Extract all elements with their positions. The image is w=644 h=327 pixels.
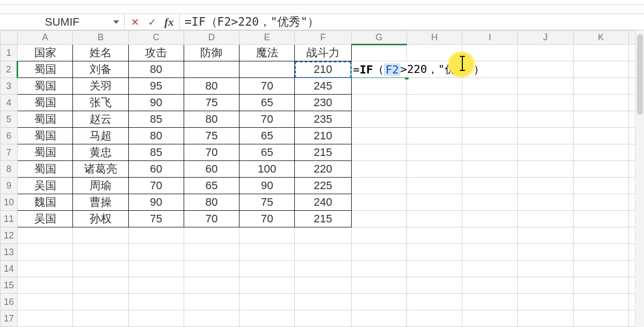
cell-G2[interactable]: =IF（F2>220，"优秀"） <box>351 61 407 78</box>
row-hdr-16[interactable]: 16 <box>1 294 18 310</box>
col-hdr-C[interactable]: C <box>128 31 184 45</box>
cell-J11[interactable] <box>518 211 573 227</box>
row-hdr-15[interactable]: 15 <box>1 277 18 294</box>
cell-D16[interactable] <box>184 294 239 310</box>
cell-B14[interactable] <box>73 261 128 277</box>
cell-I16[interactable] <box>462 294 518 310</box>
cell-G11[interactable] <box>351 211 407 227</box>
cell-C16[interactable] <box>128 294 184 310</box>
scroll-thumb[interactable] <box>637 34 643 115</box>
cell-E17[interactable] <box>239 310 295 327</box>
cell-F9[interactable]: 225 <box>295 178 351 194</box>
cell-G6[interactable] <box>351 128 407 144</box>
cell-C15[interactable] <box>128 277 184 294</box>
cell-I15[interactable] <box>462 277 518 294</box>
cell-G4[interactable] <box>351 95 407 111</box>
cell-K9[interactable] <box>573 178 628 194</box>
cell-H6[interactable] <box>407 128 462 144</box>
cell-C17[interactable] <box>128 310 184 327</box>
cell-I8[interactable] <box>462 161 518 178</box>
cell-G5[interactable] <box>351 111 407 128</box>
cell-E6[interactable]: 65 <box>239 128 295 144</box>
cell-C4[interactable]: 90 <box>128 95 184 111</box>
cell-F15[interactable] <box>295 277 351 294</box>
cell-H15[interactable] <box>407 277 462 294</box>
cell-H7[interactable] <box>407 144 462 161</box>
cell-F2[interactable]: 210 <box>295 61 351 78</box>
cell-A3[interactable]: 蜀国 <box>18 78 73 95</box>
cancel-icon[interactable]: ✕ <box>128 15 142 29</box>
cell-A11[interactable]: 吴国 <box>18 211 73 227</box>
cell-B10[interactable]: 曹操 <box>73 194 128 211</box>
name-box[interactable]: SUMIF <box>3 15 121 30</box>
cell-I11[interactable] <box>462 211 518 227</box>
cell-E15[interactable] <box>239 277 295 294</box>
select-all-corner[interactable] <box>1 31 18 45</box>
cell-H11[interactable] <box>407 211 462 227</box>
spreadsheet-grid[interactable]: A B C D E F G H I J K 1国家姓名攻击防御魔法战斗力2蜀国刘… <box>0 30 644 327</box>
col-hdr-I[interactable]: I <box>462 31 518 45</box>
cell-C8[interactable]: 60 <box>128 161 184 178</box>
cell-K2[interactable] <box>573 61 628 78</box>
cell-F1[interactable]: 战斗力 <box>295 45 351 61</box>
cell-A2[interactable]: 蜀国 <box>18 61 73 78</box>
cell-D6[interactable]: 75 <box>184 128 239 144</box>
cell-F8[interactable]: 220 <box>295 161 351 178</box>
cell-B7[interactable]: 黄忠 <box>73 144 128 161</box>
cell-G10[interactable] <box>351 194 407 211</box>
cell-J10[interactable] <box>518 194 573 211</box>
cell-K13[interactable] <box>573 244 628 261</box>
cell-C13[interactable] <box>128 244 184 261</box>
cell-D12[interactable] <box>184 227 239 244</box>
cell-K11[interactable] <box>573 211 628 227</box>
cell-H9[interactable] <box>407 178 462 194</box>
cell-A13[interactable] <box>18 244 73 261</box>
cell-A5[interactable]: 蜀国 <box>18 111 73 128</box>
cell-K14[interactable] <box>573 261 628 277</box>
cell-A7[interactable]: 蜀国 <box>18 144 73 161</box>
row-hdr-10[interactable]: 10 <box>1 194 18 211</box>
cell-K17[interactable] <box>573 310 628 327</box>
cell-E3[interactable]: 70 <box>239 78 295 95</box>
cell-K12[interactable] <box>573 227 628 244</box>
cell-D15[interactable] <box>184 277 239 294</box>
cell-D11[interactable]: 70 <box>184 211 239 227</box>
fx-icon[interactable]: fx <box>162 15 176 29</box>
cell-G1[interactable] <box>351 45 407 61</box>
cell-A9[interactable]: 吴国 <box>18 178 73 194</box>
cell-F3[interactable]: 245 <box>295 78 351 95</box>
cell-K4[interactable] <box>573 95 628 111</box>
row-hdr-3[interactable]: 3 <box>1 78 18 95</box>
col-hdr-G[interactable]: G <box>351 31 407 45</box>
cell-J3[interactable] <box>518 78 573 95</box>
inline-formula-editor[interactable]: =IF（F2>220，"优秀"） <box>352 61 485 77</box>
cell-B1[interactable]: 姓名 <box>73 45 128 61</box>
cell-E2[interactable] <box>239 61 295 78</box>
cell-C12[interactable] <box>128 227 184 244</box>
cell-F14[interactable] <box>295 261 351 277</box>
col-hdr-H[interactable]: H <box>407 31 462 45</box>
cell-D17[interactable] <box>184 310 239 327</box>
cell-C1[interactable]: 攻击 <box>128 45 184 61</box>
cell-D9[interactable]: 65 <box>184 178 239 194</box>
cell-E14[interactable] <box>239 261 295 277</box>
cell-E13[interactable] <box>239 244 295 261</box>
cell-I6[interactable] <box>462 128 518 144</box>
cell-G12[interactable] <box>351 227 407 244</box>
cell-C3[interactable]: 95 <box>128 78 184 95</box>
cell-H8[interactable] <box>407 161 462 178</box>
col-hdr-F[interactable]: F <box>295 31 351 45</box>
col-hdr-D[interactable]: D <box>184 31 239 45</box>
cell-D3[interactable]: 80 <box>184 78 239 95</box>
cell-E7[interactable]: 65 <box>239 144 295 161</box>
cell-F16[interactable] <box>295 294 351 310</box>
row-hdr-2[interactable]: 2 <box>1 61 18 78</box>
cell-D5[interactable]: 80 <box>184 111 239 128</box>
cell-H12[interactable] <box>407 227 462 244</box>
row-hdr-17[interactable]: 17 <box>1 310 18 327</box>
cell-B4[interactable]: 张飞 <box>73 95 128 111</box>
row-hdr-7[interactable]: 7 <box>1 144 18 161</box>
cell-H5[interactable] <box>407 111 462 128</box>
cell-A6[interactable]: 蜀国 <box>18 128 73 144</box>
cell-K16[interactable] <box>573 294 628 310</box>
